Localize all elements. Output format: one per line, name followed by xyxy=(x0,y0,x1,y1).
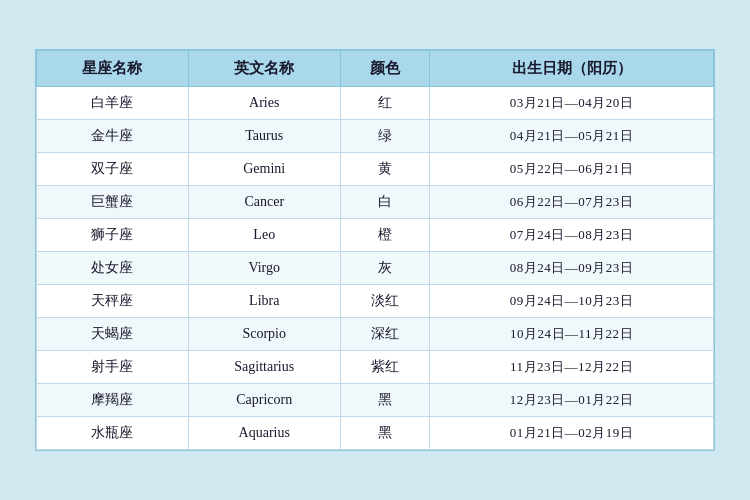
cell-birthdate: 07月24日—08月23日 xyxy=(430,219,714,252)
cell-birthdate: 09月24日—10月23日 xyxy=(430,285,714,318)
table-body: 白羊座Aries红03月21日—04月20日金牛座Taurus绿04月21日—0… xyxy=(37,87,714,450)
cell-birthdate: 10月24日—11月22日 xyxy=(430,318,714,351)
cell-birthdate: 12月23日—01月22日 xyxy=(430,384,714,417)
cell-color: 红 xyxy=(340,87,429,120)
cell-birthdate: 03月21日—04月20日 xyxy=(430,87,714,120)
cell-english-name: Aquarius xyxy=(188,417,340,450)
cell-chinese-name: 巨蟹座 xyxy=(37,186,189,219)
header-english-name: 英文名称 xyxy=(188,51,340,87)
table-row: 双子座Gemini黄05月22日—06月21日 xyxy=(37,153,714,186)
table-row: 天秤座Libra淡红09月24日—10月23日 xyxy=(37,285,714,318)
cell-color: 深红 xyxy=(340,318,429,351)
header-color: 颜色 xyxy=(340,51,429,87)
cell-chinese-name: 摩羯座 xyxy=(37,384,189,417)
cell-birthdate: 04月21日—05月21日 xyxy=(430,120,714,153)
zodiac-table-container: 星座名称 英文名称 颜色 出生日期（阳历） 白羊座Aries红03月21日—04… xyxy=(35,49,715,451)
table-header-row: 星座名称 英文名称 颜色 出生日期（阳历） xyxy=(37,51,714,87)
cell-chinese-name: 白羊座 xyxy=(37,87,189,120)
cell-chinese-name: 处女座 xyxy=(37,252,189,285)
table-row: 处女座Virgo灰08月24日—09月23日 xyxy=(37,252,714,285)
cell-birthdate: 05月22日—06月21日 xyxy=(430,153,714,186)
cell-english-name: Virgo xyxy=(188,252,340,285)
cell-color: 黄 xyxy=(340,153,429,186)
cell-birthdate: 06月22日—07月23日 xyxy=(430,186,714,219)
table-row: 射手座Sagittarius紫红11月23日—12月22日 xyxy=(37,351,714,384)
cell-color: 白 xyxy=(340,186,429,219)
cell-birthdate: 08月24日—09月23日 xyxy=(430,252,714,285)
cell-english-name: Libra xyxy=(188,285,340,318)
cell-chinese-name: 狮子座 xyxy=(37,219,189,252)
cell-chinese-name: 天蝎座 xyxy=(37,318,189,351)
cell-color: 黑 xyxy=(340,417,429,450)
cell-color: 橙 xyxy=(340,219,429,252)
header-birthdate: 出生日期（阳历） xyxy=(430,51,714,87)
cell-color: 淡红 xyxy=(340,285,429,318)
cell-english-name: Taurus xyxy=(188,120,340,153)
zodiac-table: 星座名称 英文名称 颜色 出生日期（阳历） 白羊座Aries红03月21日—04… xyxy=(36,50,714,450)
cell-english-name: Sagittarius xyxy=(188,351,340,384)
cell-color: 灰 xyxy=(340,252,429,285)
cell-color: 绿 xyxy=(340,120,429,153)
cell-english-name: Aries xyxy=(188,87,340,120)
header-chinese-name: 星座名称 xyxy=(37,51,189,87)
cell-color: 紫红 xyxy=(340,351,429,384)
cell-birthdate: 11月23日—12月22日 xyxy=(430,351,714,384)
cell-chinese-name: 天秤座 xyxy=(37,285,189,318)
cell-birthdate: 01月21日—02月19日 xyxy=(430,417,714,450)
cell-english-name: Capricorn xyxy=(188,384,340,417)
cell-chinese-name: 金牛座 xyxy=(37,120,189,153)
cell-english-name: Cancer xyxy=(188,186,340,219)
cell-chinese-name: 水瓶座 xyxy=(37,417,189,450)
table-row: 天蝎座Scorpio深红10月24日—11月22日 xyxy=(37,318,714,351)
table-row: 巨蟹座Cancer白06月22日—07月23日 xyxy=(37,186,714,219)
table-row: 狮子座Leo橙07月24日—08月23日 xyxy=(37,219,714,252)
table-row: 金牛座Taurus绿04月21日—05月21日 xyxy=(37,120,714,153)
cell-english-name: Gemini xyxy=(188,153,340,186)
cell-english-name: Scorpio xyxy=(188,318,340,351)
cell-chinese-name: 射手座 xyxy=(37,351,189,384)
cell-color: 黑 xyxy=(340,384,429,417)
cell-chinese-name: 双子座 xyxy=(37,153,189,186)
cell-english-name: Leo xyxy=(188,219,340,252)
table-row: 水瓶座Aquarius黑01月21日—02月19日 xyxy=(37,417,714,450)
table-row: 摩羯座Capricorn黑12月23日—01月22日 xyxy=(37,384,714,417)
table-row: 白羊座Aries红03月21日—04月20日 xyxy=(37,87,714,120)
